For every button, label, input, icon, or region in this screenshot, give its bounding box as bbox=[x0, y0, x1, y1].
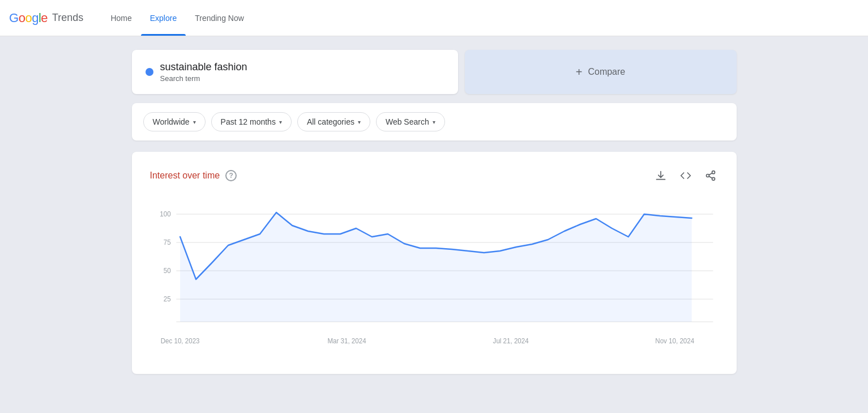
chart-actions bbox=[653, 168, 719, 184]
compare-plus-icon: + bbox=[576, 66, 583, 79]
nav-item-home[interactable]: Home bbox=[101, 0, 140, 36]
svg-text:100: 100 bbox=[160, 210, 171, 218]
chart-wrapper: 100 75 50 25 Dec 10, 2023 Mar 31, 2024 J… bbox=[150, 197, 719, 358]
chevron-down-icon: ▾ bbox=[433, 119, 435, 125]
chart-title-area: Interest over time ? bbox=[150, 170, 237, 181]
google-logo: Google bbox=[9, 11, 48, 25]
chart-header: Interest over time ? bbox=[150, 168, 719, 184]
term-dot-icon bbox=[146, 68, 153, 76]
search-section: sustainable fashion Search term + Compar… bbox=[132, 50, 737, 94]
download-button[interactable] bbox=[653, 168, 669, 184]
filter-region[interactable]: Worldwide ▾ bbox=[143, 112, 206, 131]
svg-text:75: 75 bbox=[163, 239, 170, 246]
filter-region-label: Worldwide bbox=[153, 117, 190, 126]
chevron-down-icon: ▾ bbox=[279, 119, 282, 125]
term-type: Search term bbox=[160, 74, 247, 83]
compare-card[interactable]: + Compare bbox=[465, 50, 737, 94]
compare-label: Compare bbox=[588, 67, 625, 77]
svg-text:50: 50 bbox=[163, 267, 170, 274]
svg-line-3 bbox=[709, 176, 712, 178]
filter-search-type-label: Web Search bbox=[386, 117, 429, 126]
filter-time-label: Past 12 months bbox=[221, 117, 276, 126]
filter-time[interactable]: Past 12 months ▾ bbox=[211, 112, 292, 131]
svg-line-4 bbox=[709, 173, 712, 174]
svg-text:25: 25 bbox=[163, 295, 170, 303]
filter-category-label: All categories bbox=[307, 117, 354, 126]
logo-link[interactable]: Google Trends bbox=[9, 11, 83, 25]
nav-item-explore[interactable]: Explore bbox=[141, 0, 186, 36]
help-icon[interactable]: ? bbox=[225, 170, 237, 181]
search-term-card: sustainable fashion Search term bbox=[132, 50, 458, 94]
svg-text:Jul 21, 2024: Jul 21, 2024 bbox=[493, 337, 528, 344]
trends-label: Trends bbox=[52, 12, 83, 24]
svg-text:Mar 31, 2024: Mar 31, 2024 bbox=[327, 337, 366, 344]
share-button[interactable] bbox=[703, 168, 719, 184]
filter-category[interactable]: All categories ▾ bbox=[297, 112, 370, 131]
filter-row: Worldwide ▾ Past 12 months ▾ All categor… bbox=[132, 103, 737, 140]
chevron-down-icon: ▾ bbox=[358, 119, 361, 125]
embed-button[interactable] bbox=[678, 168, 694, 184]
filter-search-type[interactable]: Web Search ▾ bbox=[376, 112, 445, 131]
nav-item-trending[interactable]: Trending Now bbox=[186, 0, 253, 36]
svg-text:Nov 10, 2024: Nov 10, 2024 bbox=[655, 337, 694, 344]
chart-section: Interest over time ? bbox=[132, 152, 737, 374]
main-nav: Home Explore Trending Now bbox=[101, 0, 253, 36]
term-name: sustainable fashion bbox=[160, 61, 247, 73]
svg-text:Dec 10, 2023: Dec 10, 2023 bbox=[160, 337, 199, 344]
trend-chart: 100 75 50 25 Dec 10, 2023 Mar 31, 2024 J… bbox=[150, 197, 719, 356]
chevron-down-icon: ▾ bbox=[193, 119, 196, 125]
header: Google Trends Home Explore Trending Now bbox=[0, 0, 868, 36]
term-info: sustainable fashion Search term bbox=[160, 61, 247, 83]
main-content: sustainable fashion Search term + Compar… bbox=[123, 36, 746, 388]
chart-title: Interest over time bbox=[150, 171, 220, 181]
